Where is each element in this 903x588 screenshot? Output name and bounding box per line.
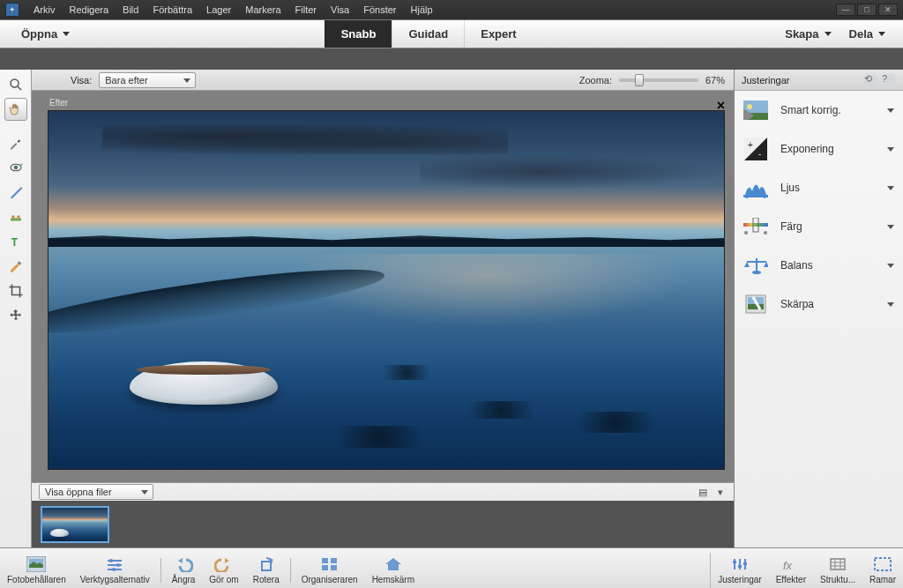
menu-hjalp[interactable]: Hjälp <box>404 0 440 19</box>
bb-redo[interactable]: Gör om <box>202 553 245 588</box>
photobin-icon <box>26 555 46 573</box>
tool-zoom[interactable] <box>4 73 27 96</box>
svg-rect-41 <box>331 565 337 570</box>
organizer-icon <box>320 555 340 573</box>
svg-text:T: T <box>11 236 18 249</box>
menu-redigera[interactable]: Redigera <box>62 0 116 19</box>
main-area: Visa: Bara efter Zooma: 67% + T × Efter <box>0 70 903 547</box>
bb-photobin[interactable]: Fotobehållaren <box>0 553 73 588</box>
adj-balance[interactable]: Balans <box>735 246 903 285</box>
menu-arkiv[interactable]: Arkiv <box>26 0 62 19</box>
adjustments-panel: Justeringar ⟲ ? Smart korrig. +- Exponer… <box>734 70 903 547</box>
chevron-down-icon <box>887 147 894 152</box>
thumbnail[interactable] <box>41 506 109 543</box>
tab-guidad[interactable]: Guidad <box>392 20 464 48</box>
tool-type[interactable]: T <box>4 230 27 253</box>
tool-column: Visa: Bara efter Zooma: 67% + T <box>0 70 32 547</box>
home-icon <box>384 555 403 573</box>
svg-rect-40 <box>322 565 328 570</box>
image-preview[interactable] <box>48 110 725 470</box>
chevron-down-icon <box>887 108 894 113</box>
adj-sharpen[interactable]: Skärpa <box>735 285 903 324</box>
app-logo-icon: ✦ <box>5 3 19 17</box>
menu-visa[interactable]: Visa <box>324 0 356 19</box>
tool-redeye[interactable]: + <box>4 156 27 179</box>
tool-crop[interactable] <box>4 279 27 302</box>
image-stage[interactable]: Efter <box>48 110 725 470</box>
menu-icon[interactable]: ▾ <box>714 486 727 498</box>
view-select[interactable]: Bara efter <box>99 72 196 88</box>
project-strip: Visa öppna filer ▤ ▾ <box>32 482 734 547</box>
dropdown-icon <box>878 32 885 36</box>
svg-rect-47 <box>743 562 747 565</box>
bottom-toolbar: Fotobehållaren Verktygsalternativ Ångra … <box>0 547 903 588</box>
tool-move[interactable] <box>4 304 27 327</box>
menu-bild[interactable]: Bild <box>116 0 146 19</box>
tab-expert[interactable]: Expert <box>464 20 532 48</box>
reset-icon[interactable]: ⟲ <box>864 73 878 87</box>
svg-rect-54 <box>875 558 891 570</box>
canvas-wrap: × Efter Visa öppna filer ▤ <box>32 91 734 547</box>
bb-undo[interactable]: Ångra <box>165 553 203 588</box>
tool-spot[interactable] <box>4 205 27 228</box>
smartfix-icon <box>743 98 768 123</box>
grid-view-icon[interactable]: ▤ <box>697 486 709 498</box>
create-label: Skapa <box>785 27 818 41</box>
adjustments-header: Justeringar ⟲ ? <box>735 70 903 91</box>
adj-exposure[interactable]: +- Exponering <box>735 130 903 168</box>
tool-brush[interactable] <box>4 255 27 278</box>
svg-rect-39 <box>331 558 337 563</box>
dropdown-icon <box>63 32 70 36</box>
svg-rect-37 <box>262 562 271 570</box>
bb-frames[interactable]: Ramar <box>862 553 903 588</box>
bb-home[interactable]: Hemskärm <box>365 553 422 588</box>
window-close-icon[interactable]: ✕ <box>878 4 898 16</box>
share-button[interactable]: Dela <box>842 27 892 41</box>
menu-fonster[interactable]: Fönster <box>356 0 403 19</box>
svg-rect-49 <box>831 559 845 569</box>
help-icon[interactable]: ? <box>882 73 896 87</box>
open-button[interactable]: Öppna <box>12 27 78 41</box>
tool-eyedropper[interactable] <box>4 131 27 154</box>
after-label: Efter <box>49 98 68 108</box>
adj-smartfix[interactable]: Smart korrig. <box>735 91 903 130</box>
window-minimize-icon[interactable]: — <box>836 4 855 16</box>
svg-point-36 <box>112 568 116 571</box>
adj-color[interactable]: Färg <box>735 207 903 246</box>
open-files-select[interactable]: Visa öppna filer <box>39 484 153 500</box>
svg-point-3 <box>13 166 18 170</box>
balance-icon <box>743 253 768 278</box>
zoom-value: 67% <box>705 75 725 86</box>
svg-rect-7 <box>17 216 19 219</box>
bb-textures[interactable]: Struktu... <box>813 553 862 588</box>
window-maximize-icon[interactable]: □ <box>857 4 877 16</box>
svg-rect-6 <box>11 216 14 219</box>
svg-line-1 <box>18 86 21 90</box>
menu-markera[interactable]: Markera <box>238 0 287 19</box>
create-button[interactable]: Skapa <box>778 27 838 41</box>
svg-point-18 <box>763 195 766 198</box>
color-icon <box>743 214 768 239</box>
chevron-down-icon <box>887 302 894 307</box>
tool-whiten[interactable] <box>4 181 27 204</box>
tab-snabb[interactable]: Snabb <box>325 20 392 48</box>
menu-forbattra[interactable]: Förbättra <box>146 0 199 19</box>
zoom-slider[interactable] <box>619 78 698 82</box>
bb-toolopts[interactable]: Verktygsalternativ <box>73 553 157 588</box>
bb-rotate[interactable]: Rotera <box>246 553 287 588</box>
menu-filter[interactable]: Filter <box>288 0 324 19</box>
bb-adjust[interactable]: Justeringar <box>711 553 768 588</box>
bb-organizer[interactable]: Organiseraren <box>295 553 365 588</box>
svg-point-21 <box>744 231 748 234</box>
menu-lager[interactable]: Lager <box>199 0 238 19</box>
svg-rect-5 <box>11 219 21 221</box>
adj-light[interactable]: Ljus <box>735 168 903 207</box>
slider-thumb[interactable] <box>635 74 644 86</box>
zoom-label: Zooma: <box>579 75 612 86</box>
svg-point-12 <box>747 104 752 109</box>
view-label: Visa: <box>71 75 92 86</box>
bb-effects[interactable]: fxEffekter <box>769 553 813 588</box>
svg-point-17 <box>745 195 749 198</box>
svg-point-34 <box>109 559 113 562</box>
tool-hand[interactable] <box>4 98 27 121</box>
